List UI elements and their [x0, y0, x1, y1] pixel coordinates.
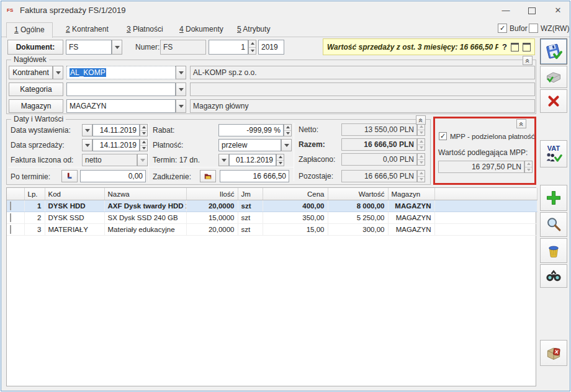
close-button[interactable]: ✕	[547, 1, 569, 20]
data-sprzedazy-calendar-dropdown[interactable]	[82, 139, 92, 151]
mpp-value: 16 297,50 PLN	[438, 161, 524, 173]
platnosc-dropdown[interactable]	[281, 139, 292, 151]
kontrahent-code-input[interactable]: AL_KOMP	[66, 66, 176, 79]
spin-up-button	[418, 154, 425, 160]
mpp-collapse-button[interactable]	[516, 119, 526, 128]
kategoria-code-input[interactable]	[66, 82, 176, 96]
tab-kontrahent[interactable]: 2 Kontrahent	[58, 22, 116, 37]
kontrahent-button-dropdown[interactable]	[53, 66, 63, 79]
spin-up-button[interactable]	[140, 140, 147, 146]
mpp-checkbox[interactable]	[439, 132, 447, 140]
table-row[interactable]: 1 DYSK HDD AXF Dysk twardy HDD 1TB 20,00…	[7, 200, 537, 212]
spin-up-button[interactable]	[277, 154, 284, 161]
platnosc-label: Płatność:	[153, 141, 183, 149]
cancel-button[interactable]	[540, 89, 567, 113]
bufor-label: Bufor	[510, 24, 528, 33]
data-sprzedazy-input[interactable]: 14.11.2019	[92, 139, 140, 151]
number-spinner	[248, 40, 256, 55]
kategoria-button[interactable]: Kategoria	[9, 82, 63, 96]
column-header-magazyn[interactable]: Magazyn	[388, 188, 434, 200]
select-column-header[interactable]	[7, 188, 24, 200]
dokument-button[interactable]: Dokument:	[7, 40, 63, 55]
fiscal-printer-icon	[545, 69, 562, 85]
minimize-button[interactable]: —	[495, 1, 516, 20]
data-wystawienia-input[interactable]: 14.11.2019	[92, 124, 140, 136]
find-button[interactable]	[540, 264, 567, 288]
kontrahent-code-value: AL_KOMP	[70, 68, 106, 77]
add-item-button[interactable]	[540, 185, 567, 211]
magazyn-button[interactable]: Magazyn	[9, 99, 63, 113]
maximize-button[interactable]	[521, 1, 542, 20]
spin-up-button[interactable]	[140, 125, 147, 131]
magazyn-code-input[interactable]: MAGAZYN	[66, 99, 176, 113]
spin-down-button[interactable]	[284, 131, 291, 136]
naglowek-collapse-button[interactable]	[523, 56, 533, 65]
tab-platnosci[interactable]: 3 Płatności	[119, 22, 171, 37]
save-button[interactable]	[540, 38, 567, 65]
bufor-checkbox[interactable]	[498, 24, 507, 33]
zadluzenie-icon	[204, 172, 212, 180]
column-header-lp[interactable]: Lp.▲	[24, 188, 45, 200]
edit-item-button[interactable]	[540, 212, 567, 237]
maximize-window-icon[interactable]	[523, 43, 531, 51]
daty-separator-3	[8, 167, 294, 167]
zadluzenie-value[interactable]: 16 666,50	[220, 170, 289, 182]
zadluzenie-button[interactable]	[200, 170, 216, 182]
termin-calendar-dropdown[interactable]	[218, 154, 229, 166]
year-field[interactable]: 2019	[258, 40, 284, 55]
netto-spinner	[417, 123, 425, 136]
maximize-icon	[528, 7, 536, 14]
column-header-kod[interactable]: Kod	[45, 188, 104, 200]
naglowek-legend: Nagłówek	[11, 55, 49, 64]
wz-checkbox[interactable]	[529, 24, 538, 33]
rabat-input[interactable]: -999,99 %	[218, 124, 284, 136]
spin-up-button[interactable]	[249, 40, 256, 48]
daty-collapse-button[interactable]	[416, 115, 426, 125]
column-header-wartosc[interactable]: Wartość	[328, 188, 388, 200]
spin-down-button[interactable]	[140, 146, 147, 151]
table-row[interactable]: 2 DYSK SSD SX Dysk SSD 240 GB 15,0000 sz…	[7, 212, 537, 224]
vat-split-payment-button[interactable]: VAT	[540, 140, 567, 167]
document-type-input[interactable]: FS	[66, 40, 112, 55]
document-type-dropdown[interactable]	[112, 40, 122, 55]
termin-input[interactable]: 01.12.2019	[229, 154, 276, 166]
zaplacono-spinner	[417, 153, 425, 166]
tab-ogolne[interactable]: 1 Ogólne	[6, 22, 53, 38]
kontrahent-code-dropdown[interactable]	[176, 66, 186, 79]
po-terminie-value[interactable]: 0,00	[80, 170, 146, 182]
spin-down-button[interactable]	[140, 131, 147, 136]
po-terminie-button[interactable]	[61, 170, 78, 182]
stock-check-button[interactable]	[540, 340, 567, 366]
number-field[interactable]: 1	[209, 40, 248, 55]
fiscalize-button[interactable]	[540, 66, 567, 88]
row-checkbox[interactable]	[10, 202, 11, 210]
binoculars-icon	[545, 269, 562, 283]
platnosc-select[interactable]: przelew	[218, 139, 281, 151]
termin-spinner	[276, 154, 284, 166]
spin-up-button[interactable]	[284, 125, 291, 131]
kategoria-code-dropdown[interactable]	[176, 82, 186, 96]
netto-label: Netto:	[299, 125, 318, 134]
column-header-cena[interactable]: Cena	[263, 188, 328, 200]
spin-down-button[interactable]	[277, 161, 284, 166]
pozostaje-spinner	[417, 170, 425, 182]
help-icon[interactable]: ?	[502, 42, 507, 51]
kontrahent-button[interactable]: Kontrahent	[9, 66, 53, 79]
spin-down-button[interactable]	[249, 48, 256, 55]
column-header-nazwa[interactable]: Nazwa	[104, 188, 186, 200]
restore-window-icon[interactable]	[511, 43, 519, 51]
spin-up-button	[525, 161, 532, 167]
row-checkbox[interactable]	[10, 213, 11, 222]
magazyn-code-dropdown[interactable]	[176, 99, 186, 113]
column-header-jm[interactable]: Jm	[238, 188, 263, 200]
data-sprzedazy-label: Data sprzedaży:	[11, 141, 65, 149]
delete-item-button[interactable]	[540, 238, 567, 263]
zaplacono-label: Zapłacono:	[299, 155, 335, 164]
data-wystawienia-calendar-dropdown[interactable]	[82, 124, 92, 136]
row-checkbox[interactable]	[10, 225, 11, 234]
column-header-ilosc[interactable]: Ilość	[186, 188, 238, 200]
kontrahent-name-field: AL-KOMP sp.z o.o.	[190, 66, 535, 79]
tab-dokumenty[interactable]: 4 Dokumenty	[172, 22, 231, 37]
table-row[interactable]: 3 MATERIAŁY Materiały edukacyjne 20,0000…	[7, 224, 537, 236]
tab-atrybuty[interactable]: 5 Atrybuty	[230, 22, 277, 37]
